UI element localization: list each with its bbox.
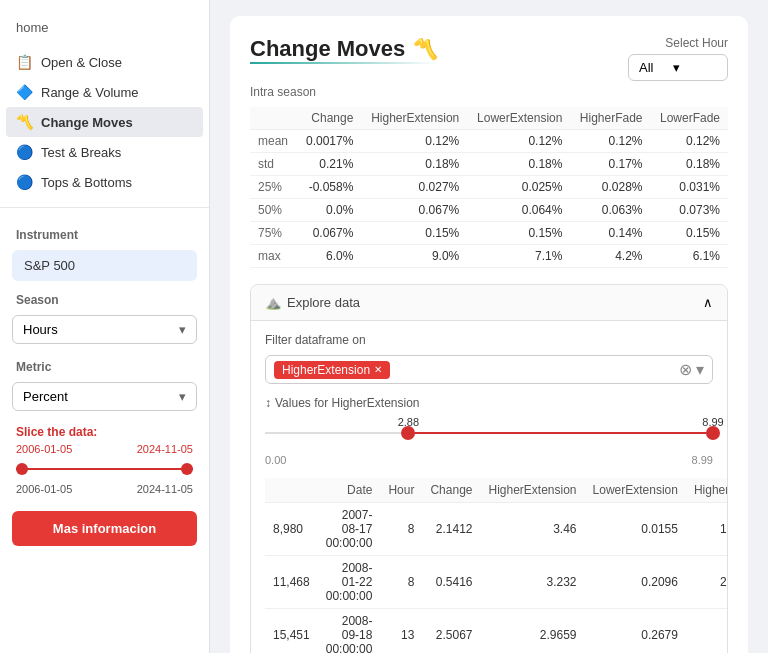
range-label-icon: ↕ [265,396,271,410]
stats-row-label: std [250,153,297,176]
range-volume-icon: 🔷 [16,84,33,100]
stats-row-higher-fade: 0.14% [570,222,650,245]
stats-row-lower-ext: 0.025% [467,176,570,199]
filter-chips: HigherExtension ✕ ⊗ ▾ [265,355,713,384]
open-close-icon: 📋 [16,54,33,70]
data-row-lower-ext: 0.2679 [585,609,686,654]
stats-row-change: 0.067% [297,222,362,245]
slice-range[interactable] [16,459,193,479]
instrument-section-label: Instrument [0,218,209,246]
range-thumb-right[interactable] [706,426,720,440]
metric-select[interactable]: Percent ▾ [12,382,197,411]
slice-thumb-left[interactable] [16,463,28,475]
range-min-max: 0.00 8.99 [265,454,713,466]
stats-row-lower-fade: 0.073% [651,199,728,222]
data-col-id [265,478,318,503]
stats-row-change: 0.0% [297,199,362,222]
sidebar-item-range-volume[interactable]: 🔷 Range & Volume [0,77,209,107]
change-moves-icon: 〽️ [16,114,33,130]
stats-table-row: 50% 0.0% 0.067% 0.064% 0.063% 0.073% [250,199,728,222]
col-header-lower-fade: LowerFade [651,107,728,130]
col-header-change: Change [297,107,362,130]
stats-table-row: 75% 0.067% 0.15% 0.15% 0.14% 0.15% [250,222,728,245]
sidebar-item-open-close[interactable]: 📋 Open & Close [0,47,209,77]
stats-row-lower-fade: 0.18% [651,153,728,176]
instrument-value[interactable]: S&P 500 [12,250,197,281]
data-row-lower-ext: 0.0155 [585,503,686,556]
stats-row-higher-ext: 0.18% [361,153,467,176]
data-row-date: 2008-01-22 00:00:00 [318,556,381,609]
data-row-higher-fade: 0.446 [686,609,728,654]
range-thumb-left[interactable] [401,426,415,440]
data-col-change: Change [422,478,480,503]
col-header-lower-ext: LowerExtension [467,107,570,130]
chip-remove-icon[interactable]: ✕ [374,364,382,375]
select-hour-dropdown[interactable]: All ▾ [628,54,728,81]
stats-row-higher-fade: 0.12% [570,130,650,153]
explore-title-text: Explore data [287,295,360,310]
data-row-higher-ext: 3.232 [480,556,584,609]
col-header-higher-ext: HigherExtension [361,107,467,130]
stats-row-higher-ext: 0.027% [361,176,467,199]
data-table-row: 11,468 2008-01-22 00:00:00 8 0.5416 3.23… [265,556,728,609]
data-row-change: 0.5416 [422,556,480,609]
data-row-higher-fade: 1.2747 [686,503,728,556]
data-table-row: 15,451 2008-09-18 00:00:00 13 2.5067 2.9… [265,609,728,654]
stats-row-label: max [250,245,297,268]
page-title: Change Moves 〽️ [250,36,438,62]
sidebar-item-tops-bottoms[interactable]: 🔵 Tops & Bottoms [0,167,209,197]
stats-row-higher-fade: 0.17% [570,153,650,176]
slice-end-label: 2024-11-05 [137,443,193,455]
explore-body: Filter dataframe on HigherExtension ✕ ⊗ … [251,321,727,653]
stats-table-row: mean 0.0017% 0.12% 0.12% 0.12% 0.12% [250,130,728,153]
stats-row-lower-ext: 0.18% [467,153,570,176]
tops-bottoms-icon: 🔵 [16,174,33,190]
season-value: Hours [23,322,58,337]
select-hour-chevron: ▾ [673,60,680,75]
stats-row-change: 0.0017% [297,130,362,153]
explore-header[interactable]: ⛰️ Explore data ∧ [251,285,727,321]
sidebar-item-label: Open & Close [41,55,122,70]
data-col-lower-ext: LowerExtension [585,478,686,503]
data-row-id: 8,980 [265,503,318,556]
sidebar-item-test-breaks[interactable]: 🔵 Test & Breaks [0,137,209,167]
filter-label: Filter dataframe on [265,333,713,347]
stats-row-higher-ext: 0.12% [361,130,467,153]
stats-row-change: -0.058% [297,176,362,199]
filter-chip-higher-extension[interactable]: HigherExtension ✕ [274,361,390,379]
data-table: Date Hour Change HigherExtension LowerEx… [265,478,728,653]
test-breaks-icon: 🔵 [16,144,33,160]
col-header-higher-fade: HigherFade [570,107,650,130]
filter-clear-button[interactable]: ⊗ [679,360,692,379]
chevron-down-icon-2: ▾ [179,389,186,404]
sidebar-divider [0,207,209,208]
filter-dropdown-button[interactable]: ▾ [696,360,704,379]
explore-title: ⛰️ Explore data [265,295,360,310]
sidebar-item-change-moves[interactable]: 〽️ Change Moves [6,107,203,137]
data-col-date: Date [318,478,381,503]
stats-row-higher-fade: 0.028% [570,176,650,199]
explore-icon: ⛰️ [265,295,281,310]
mas-informacion-button[interactable]: Mas informacion [12,511,197,546]
data-row-change: 2.1412 [422,503,480,556]
slice-section: Slice the data: 2006-01-05 2024-11-05 20… [0,419,209,501]
stats-row-change: 6.0% [297,245,362,268]
data-row-higher-ext: 3.46 [480,503,584,556]
stats-table-row: std 0.21% 0.18% 0.18% 0.17% 0.18% [250,153,728,176]
page-title-text: Change Moves [250,36,405,62]
data-row-lower-ext: 0.2096 [585,556,686,609]
slice-dates: 2006-01-05 2024-11-05 [16,483,193,495]
data-col-hour: Hour [380,478,422,503]
stats-row-higher-ext: 9.0% [361,245,467,268]
main-content: Change Moves 〽️ Select Hour All ▾ Intra … [210,0,768,653]
range-slider[interactable]: 2.88 8.99 [265,416,713,452]
season-select[interactable]: Hours ▾ [12,315,197,344]
stats-row-lower-ext: 7.1% [467,245,570,268]
stats-row-label: mean [250,130,297,153]
col-header-label [250,107,297,130]
slice-date-start: 2006-01-05 [16,483,72,495]
slice-thumb-right[interactable] [181,463,193,475]
stats-row-lower-fade: 0.12% [651,130,728,153]
sidebar-item-label: Range & Volume [41,85,139,100]
metric-label: Metric [0,352,209,378]
